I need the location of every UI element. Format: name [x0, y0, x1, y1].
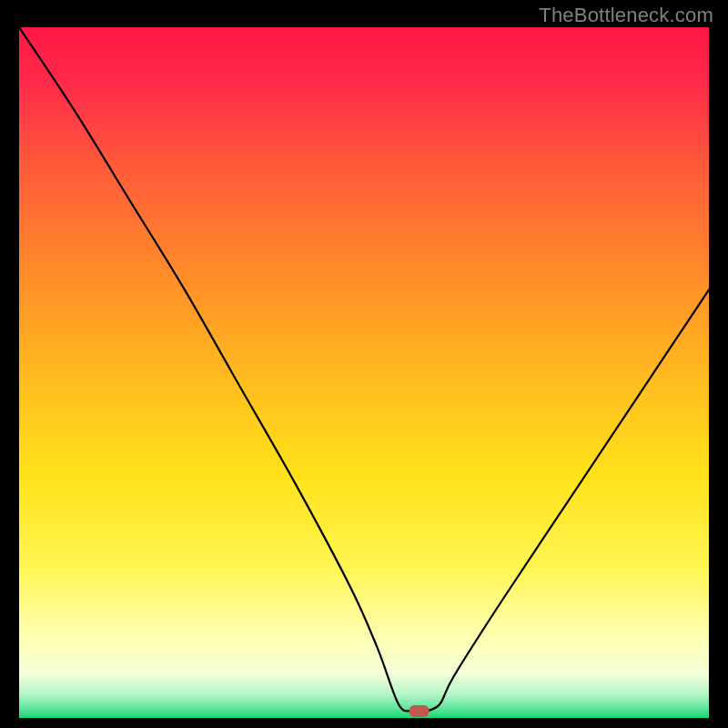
optimum-marker [410, 705, 430, 717]
bottleneck-chart [19, 27, 709, 718]
chart-frame: TheBottleneck.com [0, 0, 728, 728]
watermark-text: TheBottleneck.com [539, 4, 713, 27]
